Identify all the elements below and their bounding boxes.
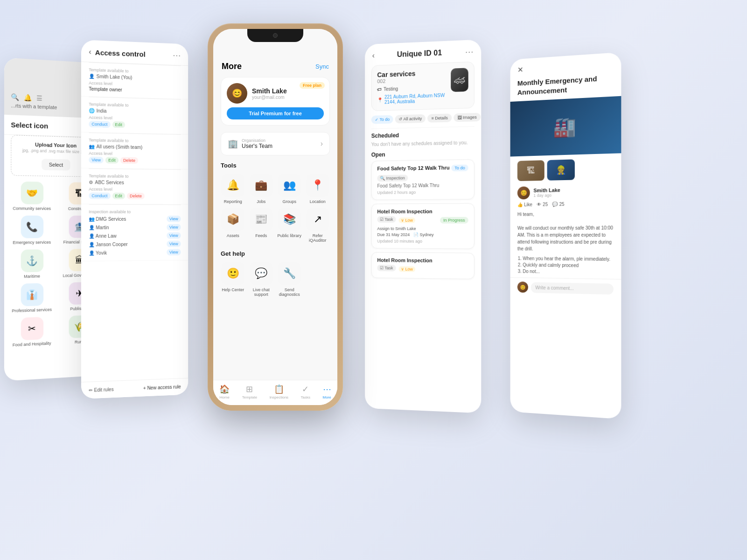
views-item: 👁 25 — [537, 202, 548, 207]
announcement-image: 🏭 — [510, 96, 621, 157]
reporting-label: Reporting — [224, 199, 242, 204]
tool-help-center[interactable]: 🙂 Help Center — [221, 262, 245, 297]
tab-details[interactable]: ≡ Details — [427, 113, 451, 122]
nav-home[interactable]: 🏠 Home — [219, 384, 230, 399]
comments-item[interactable]: 💬 25 — [552, 202, 565, 207]
martin-name: 👤 Martin — [89, 225, 109, 230]
tab-images[interactable]: 🖼 Images — [454, 113, 481, 122]
tool-live-chat[interactable]: 💬 Live chat support — [249, 262, 274, 297]
sync-button[interactable]: Sync — [315, 63, 329, 70]
template-available-label-3: Template available to — [89, 138, 181, 144]
inspection-available-label: Inspection available to — [89, 210, 181, 214]
tool-reporting[interactable]: 🔔 Reporting — [221, 174, 245, 204]
task-status-progress: In Progress — [440, 217, 468, 224]
access-control-header: ‹ Access control ⋯ — [81, 40, 188, 66]
car-image: 🏎 — [451, 68, 468, 92]
thumb-2[interactable]: 👷 — [547, 159, 575, 180]
comment-input[interactable]: Write a comment... — [531, 282, 614, 294]
user-email: your@mail.com — [252, 95, 287, 100]
tool-public-library[interactable]: 📚 Public library — [277, 208, 302, 243]
tool-jobs[interactable]: 💼 Jobs — [249, 174, 274, 204]
scheduled-section: Scheduled — [365, 130, 481, 139]
nav-template[interactable]: ⊞ Template — [242, 384, 257, 399]
list-item-1: When you hear the alarm, ple immediately… — [523, 256, 614, 262]
announcement-thumbnails: 🏗 👷 — [510, 158, 621, 182]
maritime-icon: ⚓ — [21, 249, 43, 272]
delete-badge-abc: Delete — [127, 193, 145, 199]
task-card-hotel-1[interactable]: Hotel Room Inspection ☑ Task ∨ Low In Pr… — [371, 203, 475, 249]
screen-access-control: ‹ Access control ⋯ Template available to… — [81, 40, 188, 399]
close-button[interactable]: ✕ — [517, 65, 523, 74]
icon-cell-emergency[interactable]: 📞 Emergency services — [10, 216, 54, 245]
tool-assets[interactable]: 📦 Assets — [221, 208, 245, 243]
more-title: More — [222, 62, 242, 71]
commenter-name: Smith Lake — [533, 187, 560, 193]
more-options-button[interactable]: ⋯ — [173, 50, 181, 60]
engagement-row: 👍 Like 👁 25 💬 25 — [510, 201, 621, 207]
more-nav-icon: ⋯ — [323, 384, 331, 394]
help-grid: 🙂 Help Center 💬 Live chat support 🔧 Send… — [213, 262, 337, 297]
tasks-icon: ✓ — [302, 384, 309, 394]
edit-rules-button[interactable]: ✏ Edit rules — [89, 387, 113, 393]
task-card-food-safety[interactable]: Food Safety Top 12 Walk Thru To do 🔍 Ins… — [371, 159, 475, 200]
tab-todo[interactable]: ✓ To do — [371, 115, 393, 124]
nav-more-label: More — [323, 395, 331, 399]
task-location: 📄 Sydney — [413, 232, 433, 237]
diagnostics-icon: 🔧 — [278, 262, 301, 285]
community-label: Community services — [13, 206, 51, 211]
icon-cell-community[interactable]: 🤝 Community services — [10, 182, 54, 211]
car-services-card: Car services 002 🏷 Testing 📍 221 Auburn … — [371, 62, 475, 111]
bell-icon[interactable]: 🔔 — [24, 94, 32, 102]
nav-more[interactable]: ⋯ More — [323, 384, 331, 399]
announcement-body: Hi team, We will conduct our monthly saf… — [510, 210, 621, 253]
access-row-all-users: Template available to 👥 All users (Smith… — [81, 133, 188, 170]
screen-unique-id: ‹ Unique ID 01 ⋯ Car services 002 🏷 Test… — [365, 40, 481, 413]
thumb-1[interactable]: 🏗 — [517, 160, 545, 181]
nav-tasks[interactable]: ✓ Tasks — [301, 384, 310, 399]
task-type-hotel-2: ☑ Task — [377, 265, 396, 271]
tool-location[interactable]: 📍 Location — [306, 174, 330, 204]
menu-icon[interactable]: ☰ — [36, 94, 42, 102]
access-level-label-4: Access level — [89, 187, 181, 192]
maritime-label: Maritime — [24, 274, 40, 279]
icon-cell-maritime[interactable]: ⚓ Maritime — [10, 249, 54, 279]
trial-premium-button[interactable]: Trial Premium for free — [227, 107, 324, 119]
back-button[interactable]: ‹ — [89, 48, 91, 56]
org-name: User's Team — [242, 143, 272, 149]
yovik-name: 👤 Yovik — [89, 250, 107, 255]
select-button[interactable]: Select — [42, 159, 70, 170]
tool-groups[interactable]: 👥 Groups — [277, 174, 302, 204]
like-icon: 👍 — [517, 202, 523, 207]
task-card-hotel-2[interactable]: Hotel Room Inspection ☑ Task ∨ Low — [371, 252, 475, 279]
views-count: 25 — [543, 202, 548, 207]
more-options-4[interactable]: ⋯ — [465, 46, 474, 57]
screen-announcement: ✕ Monthly Emergency andAnnouncement 🏭 🏗 … — [510, 52, 621, 419]
announcement-list: When you hear the alarm, ple immediately… — [510, 256, 621, 275]
jobs-icon: 💼 — [250, 174, 273, 197]
like-item[interactable]: 👍 Like — [517, 202, 532, 207]
janson-name: 👤 Janson Cooper — [89, 242, 127, 247]
organisation-row[interactable]: 🏢 Organisation User's Team › — [221, 132, 330, 155]
refer-label: Refer iQAuditor — [306, 233, 330, 243]
emergency-label: Emergency services — [13, 240, 51, 245]
nav-inspections[interactable]: 📋 Inspections — [270, 384, 288, 399]
tool-diagnostics[interactable]: 🔧 Send diagnostics — [277, 262, 302, 297]
groups-label: Groups — [282, 199, 296, 204]
tool-feeds[interactable]: 📰 Feeds — [249, 208, 274, 243]
assets-icon: 📦 — [221, 208, 244, 231]
org-label: Organisation — [242, 138, 272, 143]
search-icon[interactable]: 🔍 — [11, 93, 19, 101]
bottom-navigation: 🏠 Home ⊞ Template 📋 Inspections ✓ — [213, 380, 337, 405]
inspections-icon: 📋 — [274, 384, 284, 394]
tab-all-activity[interactable]: ↺ All activity — [395, 114, 426, 124]
tool-refer[interactable]: ↗ Refer iQAuditor — [306, 208, 330, 243]
new-access-rule-button[interactable]: + New access rule — [143, 384, 181, 391]
help-center-icon: 🙂 — [221, 262, 244, 285]
icon-cell-professional[interactable]: 👔 Professional services — [10, 283, 54, 313]
template-icon: ⊞ — [246, 384, 253, 394]
comment-input-area: 😊 Write a comment... — [510, 277, 621, 299]
icon-cell-food[interactable]: ✂ Food and Hospitality — [10, 316, 54, 348]
reporting-icon: 🔔 — [221, 174, 244, 197]
user-name: Smith Lake — [252, 87, 287, 95]
free-plan-badge: Free plan — [300, 82, 325, 89]
